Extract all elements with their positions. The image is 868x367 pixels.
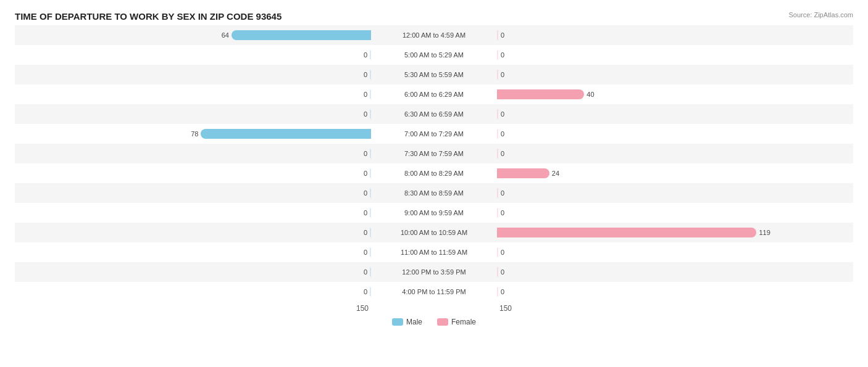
female-bar-11 [497, 247, 498, 257]
male-value-10: 0 [353, 229, 367, 236]
bars-area: 6400007800000000 12:00 AM to 4:59 AM5:00… [15, 25, 853, 302]
female-bar-5 [497, 129, 498, 139]
male-value-6: 0 [353, 150, 367, 157]
time-label-4: 6:30 AM to 6:59 AM [372, 104, 496, 124]
bar-row-left-13: 0 [15, 282, 372, 302]
male-bar-6 [370, 149, 371, 159]
male-value-11: 0 [353, 249, 367, 256]
male-value-4: 0 [353, 110, 367, 118]
axis-spacer [372, 304, 496, 313]
bar-row-left-6: 0 [15, 144, 372, 163]
male-value-13: 0 [353, 288, 367, 295]
bar-row-right-5: 0 [496, 124, 853, 144]
female-value-9: 0 [501, 209, 515, 216]
male-bar-4 [370, 109, 371, 119]
bar-row-right-9: 0 [496, 203, 853, 223]
axis-bottom: 150 150 [15, 304, 853, 313]
male-bar-10 [370, 228, 371, 237]
bar-row-left-0: 64 [15, 25, 372, 45]
male-bar-3 [370, 89, 371, 99]
source-label: Source: ZipAtlas.com [788, 11, 853, 19]
male-bar-5 [201, 129, 371, 139]
female-bar-10 [497, 228, 756, 237]
male-bar-0 [232, 30, 371, 40]
bar-row-left-5: 78 [15, 124, 372, 144]
bar-row-right-11: 0 [496, 242, 853, 262]
axis-left-value: 150 [15, 304, 372, 313]
bar-row-left-2: 0 [15, 65, 372, 85]
time-label-1: 5:00 AM to 5:29 AM [372, 45, 496, 65]
time-label-3: 6:00 AM to 6:29 AM [372, 85, 496, 104]
female-value-1: 0 [501, 51, 515, 59]
time-label-13: 4:00 PM to 11:59 PM [372, 282, 496, 302]
bar-row-right-1: 0 [496, 45, 853, 65]
bar-row-left-3: 0 [15, 85, 372, 104]
right-bars-column: 000400002400119000 [496, 25, 853, 302]
bar-row-left-12: 0 [15, 262, 372, 282]
left-bars-column: 6400007800000000 [15, 25, 372, 302]
bar-row-right-13: 0 [496, 282, 853, 302]
time-label-11: 11:00 AM to 11:59 AM [372, 242, 496, 262]
female-bar-9 [497, 208, 498, 218]
female-bar-1 [497, 50, 498, 60]
female-swatch [437, 318, 448, 326]
female-value-6: 0 [501, 150, 515, 157]
bar-row-right-2: 0 [496, 65, 853, 85]
male-label: Male [406, 318, 422, 326]
male-bar-12 [370, 267, 371, 277]
male-value-7: 0 [353, 170, 367, 177]
male-swatch [392, 318, 403, 326]
legend-female: Female [437, 318, 476, 326]
bar-row-left-11: 0 [15, 242, 372, 262]
female-bar-4 [497, 109, 498, 119]
bar-row-left-7: 0 [15, 163, 372, 183]
male-value-2: 0 [353, 71, 367, 78]
time-label-2: 5:30 AM to 5:59 AM [372, 65, 496, 85]
bar-row-right-8: 0 [496, 183, 853, 203]
female-value-11: 0 [501, 249, 515, 256]
female-bar-12 [497, 267, 498, 277]
chart-title: TIME OF DEPARTURE TO WORK BY SEX IN ZIP … [15, 11, 853, 22]
bar-row-left-10: 0 [15, 223, 372, 242]
female-value-4: 0 [501, 110, 515, 118]
female-bar-2 [497, 70, 498, 80]
bar-row-left-8: 0 [15, 183, 372, 203]
male-bar-9 [370, 208, 371, 218]
male-bar-11 [370, 247, 371, 257]
time-label-6: 7:30 AM to 7:59 AM [372, 144, 496, 163]
bar-row-right-12: 0 [496, 262, 853, 282]
legend-male: Male [392, 318, 422, 326]
bar-row-left-1: 0 [15, 45, 372, 65]
bar-row-right-3: 40 [496, 85, 853, 104]
center-labels-column: 12:00 AM to 4:59 AM5:00 AM to 5:29 AM5:3… [372, 25, 496, 302]
male-bar-8 [370, 188, 371, 198]
bar-row-right-4: 0 [496, 104, 853, 124]
female-bar-7 [497, 168, 549, 178]
male-value-5: 78 [183, 130, 198, 138]
female-bar-13 [497, 287, 498, 297]
male-value-9: 0 [353, 209, 367, 216]
female-value-12: 0 [501, 268, 515, 276]
female-bar-6 [497, 149, 498, 159]
male-bar-2 [370, 70, 371, 80]
time-label-5: 7:00 AM to 7:29 AM [372, 124, 496, 144]
male-value-3: 0 [353, 91, 367, 98]
female-value-2: 0 [501, 71, 515, 78]
female-value-3: 40 [586, 91, 601, 98]
female-value-5: 0 [501, 130, 515, 138]
female-value-10: 119 [759, 229, 774, 236]
male-bar-1 [370, 50, 371, 60]
female-bar-3 [497, 89, 584, 99]
male-value-1: 0 [353, 51, 367, 59]
chart-container: TIME OF DEPARTURE TO WORK BY SEX IN ZIP … [0, 0, 868, 367]
female-value-8: 0 [501, 189, 515, 197]
male-bar-7 [370, 168, 371, 178]
legend: Male Female [15, 318, 853, 326]
time-label-0: 12:00 AM to 4:59 AM [372, 25, 496, 45]
female-bar-8 [497, 188, 498, 198]
female-value-7: 24 [552, 170, 567, 177]
bar-row-left-9: 0 [15, 203, 372, 223]
female-bar-0 [497, 30, 498, 40]
time-label-10: 10:00 AM to 10:59 AM [372, 223, 496, 242]
female-value-13: 0 [501, 288, 515, 295]
